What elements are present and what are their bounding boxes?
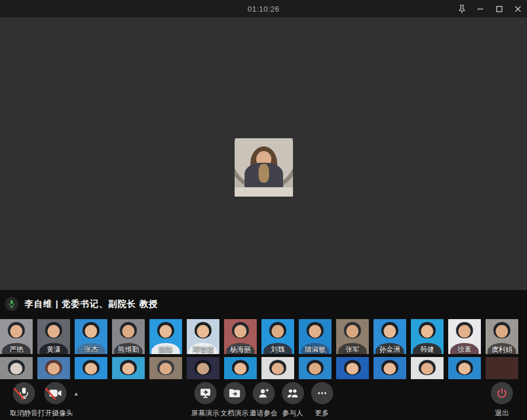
toolbar-right-group: 退出 (487, 382, 516, 418)
participant-tile[interactable] (224, 357, 257, 379)
participants-icon (282, 382, 304, 404)
participant-tile[interactable] (112, 357, 145, 379)
doc-share-button[interactable]: 文档演示 (220, 382, 249, 418)
participant-tile[interactable]: 张军 (336, 319, 369, 354)
unmute-label: 取消静音 (10, 408, 38, 418)
participant-name: 邓雪霜 (187, 345, 219, 354)
participant-tile[interactable] (299, 357, 331, 379)
participant-tile[interactable]: 张杰 (75, 319, 107, 354)
avatar (299, 357, 331, 379)
film-strip-row-1: 严艳黄潇张杰熊维勤陈璐邓雪霜杨海丽刘魏随淑敏张军孙金洲韩健徐蕙虞利娟 (0, 319, 518, 354)
participant-tile[interactable] (0, 357, 33, 379)
participant-tile[interactable]: 熊维勤 (112, 319, 145, 354)
participant-name: 张军 (336, 345, 369, 354)
avatar (374, 357, 406, 379)
screen-share-icon (194, 382, 217, 404)
participant-tile[interactable]: 随淑敏 (299, 319, 331, 354)
speaker-bar: 李自维 | 党委书记、副院长 教授 (0, 290, 527, 318)
participants-button[interactable]: 参与人 (278, 382, 308, 418)
screen-share-button[interactable]: 屏幕演示 (191, 382, 220, 418)
participant-name: 张杰 (75, 345, 107, 354)
maximize-button[interactable] (490, 0, 508, 18)
participant-tile[interactable]: 严艳 (0, 319, 33, 354)
unmute-button[interactable]: 取消静音 (9, 382, 39, 418)
participant-tile[interactable] (336, 357, 369, 379)
invite-button[interactable]: 邀请参会 (249, 382, 278, 418)
toolbar-left-group: 取消静音 打开摄像头 ▲ (9, 382, 79, 418)
doc-share-icon (224, 382, 246, 404)
exit-label: 退出 (495, 408, 509, 418)
window-controls (452, 0, 527, 18)
toolbar-center-group: 屏幕演示 文档演示 (191, 382, 337, 418)
more-label: 更多 (315, 408, 329, 418)
participant-tile[interactable] (411, 357, 444, 379)
more-icon (311, 382, 333, 404)
participant-tile[interactable]: 韩健 (411, 319, 444, 354)
participant-name: 韩健 (411, 345, 444, 354)
active-speaker-video[interactable] (235, 138, 293, 197)
participant-name: 陈璐 (149, 345, 182, 354)
power-icon (491, 382, 513, 404)
participant-tile[interactable] (149, 357, 182, 379)
participant-tile[interactable]: 邓雪霜 (187, 319, 219, 354)
active-speaker-name: 李自维 | 党委书记、副院长 教授 (25, 299, 158, 310)
participant-tile[interactable]: 徐蕙 (448, 319, 481, 354)
participant-name: 随淑敏 (299, 345, 331, 354)
participant-tile[interactable]: 杨海丽 (224, 319, 257, 354)
participants-label: 参与人 (282, 408, 303, 418)
main-stage (0, 18, 527, 290)
participant-name: 刘魏 (261, 345, 294, 354)
participant-tile[interactable] (261, 357, 294, 379)
close-button[interactable] (508, 0, 527, 18)
avatar (261, 357, 294, 379)
more-button[interactable]: 更多 (308, 382, 337, 418)
participant-name: 孙金洲 (374, 345, 406, 354)
toolbar: 取消静音 打开摄像头 ▲ (0, 379, 527, 420)
participant-name: 徐蕙 (448, 345, 481, 354)
camera-label: 打开摄像头 (38, 408, 73, 418)
avatar (224, 357, 257, 379)
participant-tile[interactable] (187, 357, 219, 379)
camera-off-icon (44, 382, 67, 404)
avatar (259, 164, 269, 183)
avatar (37, 357, 70, 379)
participant-name: 熊维勤 (112, 345, 145, 354)
participant-tile[interactable] (75, 357, 107, 379)
invite-label: 邀请参会 (250, 408, 278, 418)
invite-icon (253, 382, 275, 404)
participant-tile[interactable]: 刘魏 (261, 319, 294, 354)
avatar (149, 357, 182, 379)
video-desk (235, 187, 293, 197)
avatar (0, 357, 33, 379)
titlebar: 01:10:26 (0, 0, 527, 18)
participant-tile[interactable] (448, 357, 481, 379)
avatar (187, 357, 219, 379)
exit-button[interactable]: 退出 (487, 382, 516, 418)
camera-options-arrow[interactable]: ▲ (74, 391, 79, 397)
doc-share-label: 文档演示 (221, 408, 249, 418)
avatar (448, 357, 481, 379)
participant-tile[interactable]: 黄潇 (37, 319, 70, 354)
participant-tile[interactable]: 孙金洲 (374, 319, 406, 354)
participant-name: 虞利娟 (486, 345, 518, 354)
avatar (75, 357, 107, 379)
participant-tile[interactable] (486, 357, 518, 379)
participant-tile[interactable] (374, 357, 406, 379)
participant-tile[interactable]: 陈璐 (149, 319, 182, 354)
participant-tile[interactable] (37, 357, 70, 379)
speaker-mic-icon (5, 297, 19, 311)
meeting-window: 01:10:26 (0, 0, 527, 420)
avatar (411, 357, 444, 379)
participant-name: 杨海丽 (224, 345, 257, 354)
participant-tile[interactable]: 虞利娟 (486, 319, 518, 354)
avatar (112, 357, 145, 379)
pin-icon[interactable] (452, 0, 471, 18)
participant-name: 黄潇 (37, 345, 70, 354)
participant-name: 严艳 (0, 345, 33, 354)
mic-off-icon (13, 382, 35, 404)
film-strip-row-2 (0, 357, 518, 379)
avatar (336, 357, 369, 379)
minimize-button[interactable] (471, 0, 490, 18)
screen-share-label: 屏幕演示 (191, 408, 219, 418)
camera-on-button[interactable]: 打开摄像头 (39, 382, 72, 418)
